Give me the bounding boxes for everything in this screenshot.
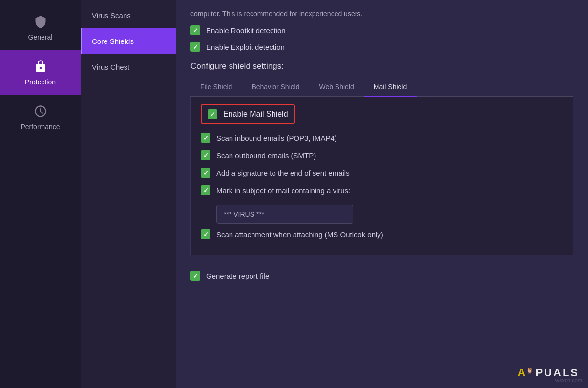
configure-title: Configure shield settings: — [190, 61, 573, 71]
shield-panel: Enable Mail Shield Scan inbound emails (… — [190, 97, 573, 255]
sidebar: General Protection Performance — [0, 0, 81, 388]
main-content: computer. This is recommended for inexpe… — [176, 0, 588, 388]
scan-outbound-label: Scan outbound emails (SMTP) — [216, 151, 316, 160]
enable-mail-shield-row: Enable Mail Shield — [201, 104, 295, 124]
generate-report-row: Generate report file — [190, 263, 573, 286]
scan-outbound-checkbox[interactable] — [201, 150, 210, 160]
generate-report-label: Generate report file — [206, 272, 269, 280]
mark-subject-checkbox[interactable] — [201, 185, 210, 195]
scan-inbound-label: Scan inbound emails (POP3, IMAP4) — [216, 134, 337, 142]
mark-subject-label: Mark in subject of mail containing a vir… — [216, 186, 350, 195]
sidebar-item-performance[interactable]: Performance — [0, 95, 81, 140]
exploit-label: Enable Exploit detection — [206, 43, 285, 51]
scan-outbound-row: Scan outbound emails (SMTP) — [201, 150, 563, 160]
virus-marker-input[interactable] — [216, 205, 353, 224]
mark-subject-row: Mark in subject of mail containing a vir… — [201, 185, 563, 195]
sidebar-item-general[interactable]: General — [0, 5, 81, 50]
secondary-nav: Virus Scans Core Shields Virus Chest — [81, 0, 176, 388]
exploit-checkbox[interactable] — [190, 42, 200, 52]
appuals-logo-owl: 🦉 — [526, 368, 533, 374]
sidebar-item-protection-label: Protection — [25, 78, 56, 86]
nav-item-core-shields[interactable]: Core Shields — [81, 28, 176, 54]
sidebar-item-general-label: General — [28, 33, 53, 41]
add-signature-row: Add a signature to the end of sent email… — [201, 168, 563, 178]
add-signature-label: Add a signature to the end of sent email… — [216, 169, 350, 177]
scan-inbound-row: Scan inbound emails (POP3, IMAP4) — [201, 133, 563, 143]
tab-file-shield[interactable]: File Shield — [190, 78, 242, 97]
add-signature-checkbox[interactable] — [201, 168, 210, 178]
watermark: wsxdn.com — [555, 377, 582, 383]
scan-attachment-checkbox[interactable] — [201, 229, 210, 239]
rootkit-label: Enable Rootkit detection — [206, 26, 286, 35]
scan-attachment-label: Scan attachment when attaching (MS Outlo… — [216, 230, 383, 239]
nav-item-virus-chest[interactable]: Virus Chest — [81, 54, 176, 80]
shield-tabs: File Shield Behavior Shield Web Shield M… — [190, 78, 573, 97]
scan-inbound-checkbox[interactable] — [201, 133, 210, 143]
appuals-logo-a: A — [518, 367, 525, 379]
rootkit-checkbox[interactable] — [190, 25, 200, 35]
exploit-row: Enable Exploit detection — [190, 42, 573, 52]
enable-mail-shield-label: Enable Mail Shield — [223, 110, 288, 119]
enable-mail-shield-checkbox[interactable] — [208, 109, 217, 119]
shield-icon — [33, 14, 48, 29]
generate-report-checkbox[interactable] — [190, 271, 200, 281]
sidebar-item-performance-label: Performance — [21, 123, 60, 131]
sidebar-item-protection[interactable]: Protection — [0, 50, 81, 95]
rootkit-row: Enable Rootkit detection — [190, 25, 573, 35]
top-note: computer. This is recommended for inexpe… — [190, 8, 573, 18]
tab-web-shield[interactable]: Web Shield — [309, 78, 363, 97]
speedometer-icon — [33, 103, 48, 119]
tab-mail-shield[interactable]: Mail Shield — [364, 78, 417, 97]
tab-behavior-shield[interactable]: Behavior Shield — [242, 78, 309, 97]
virus-input-wrapper — [201, 203, 563, 229]
nav-item-virus-scans[interactable]: Virus Scans — [81, 2, 176, 28]
lock-icon — [33, 59, 48, 74]
scan-attachment-row: Scan attachment when attaching (MS Outlo… — [201, 229, 563, 239]
